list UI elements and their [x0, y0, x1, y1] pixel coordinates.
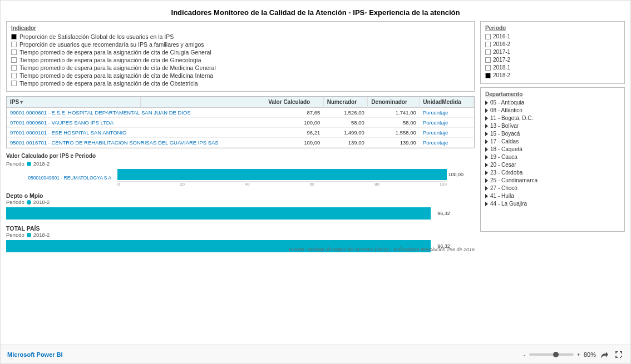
indicator-item[interactable]: Tiempo promedio de espera para la asigna…: [11, 72, 470, 79]
indicator-checkbox[interactable]: [11, 73, 17, 78]
ips-table-wrapper: IPS ▼ Valor Calculado Numerador Denomina…: [6, 96, 475, 148]
share-icon[interactable]: [599, 350, 609, 360]
indicator-text: Tiempo promedio de espera para la asigna…: [19, 64, 216, 71]
dept-item[interactable]: 19 - Cauca: [485, 154, 620, 160]
indicator-text: Tiempo promedio de espera para la asigna…: [19, 72, 213, 79]
periodo-checkbox[interactable]: [485, 42, 491, 47]
expand-icon[interactable]: [485, 116, 488, 121]
dept-item[interactable]: 05 - Antioquia: [485, 99, 620, 106]
dept-item[interactable]: 08 - Atlántico: [485, 107, 620, 113]
dept-item[interactable]: 27 - Chocó: [485, 185, 620, 191]
periodo-checkbox[interactable]: [485, 34, 491, 39]
dept-item[interactable]: 25 - Cundinamarca: [485, 177, 620, 183]
pbi-link[interactable]: Microsoft Power BI: [7, 351, 63, 358]
periodo-item[interactable]: 2017-1: [485, 49, 620, 55]
expand-icon[interactable]: [485, 186, 488, 191]
chart-ips-legend: Periodo 2018-2: [6, 161, 475, 167]
dept-item[interactable]: 11 - Bogotá, D.C.: [485, 115, 620, 121]
chart-depto-legend: Periodo 2018-2: [6, 199, 475, 205]
indicator-checkbox[interactable]: [11, 57, 17, 63]
periodo-text: 2017-2: [493, 57, 510, 63]
chart-ips-legend-value: 2018-2: [33, 161, 50, 167]
indicator-item[interactable]: Proporción de Satisfacción Global de los…: [11, 33, 470, 40]
expand-icon[interactable]: [485, 178, 488, 183]
chart-depto-legend-value: 2018-2: [33, 199, 50, 205]
charts-section: Valor Calculado por IPS e Periodo Period…: [6, 153, 475, 345]
periodo-checkbox[interactable]: [485, 73, 491, 78]
indicator-text: Tiempo promedio de espera para la asigna…: [19, 80, 198, 87]
expand-icon[interactable]: [485, 108, 488, 113]
indicator-checkbox[interactable]: [11, 81, 17, 86]
valor-col-header: Valor Calculado: [265, 97, 323, 108]
table-row[interactable]: 99001 0000601 - E.S.E. HOSPITAL DEPARTAM…: [7, 108, 474, 118]
table-row[interactable]: 97001 0000601 - VAUPES SANO IPS LTDA100,…: [7, 118, 474, 128]
indicator-checkbox[interactable]: [11, 34, 17, 39]
unidad-cell: Porcentaje: [420, 128, 474, 138]
table-row[interactable]: 97001 0000101 - ESE HOSPITAL SAN ANTONIO…: [7, 128, 474, 138]
chart-depto-legend-label: Periodo: [6, 199, 24, 205]
periodo-checkbox[interactable]: [485, 57, 491, 63]
indicator-item[interactable]: Tiempo promedio de espera para la asigna…: [11, 49, 470, 56]
periodo-item[interactable]: 2018-1: [485, 64, 620, 71]
expand-icon[interactable]: [485, 202, 488, 206]
ips-bar-track: 100,00: [117, 169, 447, 180]
expand-icon[interactable]: [485, 139, 488, 144]
dept-item[interactable]: 20 - Cesar: [485, 162, 620, 168]
expand-icon[interactable]: [485, 124, 488, 128]
zoom-minus[interactable]: -: [524, 351, 526, 358]
indicator-checkbox[interactable]: [11, 65, 17, 71]
departamento-label: Departamento: [485, 91, 620, 97]
indicator-item[interactable]: Proporción de usuarios que recomendaría …: [11, 41, 470, 48]
ips-section: IPS ▼ Valor Calculado Numerador Denomina…: [6, 96, 475, 148]
periodo-item[interactable]: 2016-1: [485, 33, 620, 39]
periodo-checkbox[interactable]: [485, 49, 491, 55]
chart-ips-block: Valor Calculado por IPS e Periodo Period…: [6, 153, 475, 187]
indicator-text: Proporción de usuarios que recomendaría …: [19, 41, 204, 48]
expand-icon[interactable]: [485, 101, 488, 105]
dept-item[interactable]: 17 - Caldas: [485, 138, 620, 144]
dept-item[interactable]: 13 - Bolívar: [485, 123, 620, 129]
expand-icon[interactable]: [485, 147, 488, 152]
unidad-cell: Porcentaje: [420, 108, 474, 118]
periodo-item[interactable]: 2016-2: [485, 41, 620, 47]
ips-cell: 99001 0000601 - E.S.E. HOSPITAL DEPARTAM…: [7, 108, 265, 118]
indicator-checkbox[interactable]: [11, 42, 17, 47]
dept-item[interactable]: 41 - Huila: [485, 193, 620, 199]
periodo-text: 2017-1: [493, 49, 510, 55]
expand-icon[interactable]: [485, 163, 488, 167]
numerador-cell: 58,00: [323, 118, 368, 128]
chart-total-legend-dot: [27, 233, 31, 237]
indicator-item[interactable]: Tiempo promedio de espera para la asigna…: [11, 64, 470, 71]
periodo-item[interactable]: 2018-2: [485, 72, 620, 78]
axis-40: 40: [245, 182, 250, 187]
chart-depto-title: Depto o Mpio: [6, 192, 475, 199]
dept-text: 44 - La Guajira: [490, 201, 527, 207]
indicator-checkbox[interactable]: [11, 49, 17, 55]
filter-icon[interactable]: ▼: [19, 99, 24, 105]
denominador-cell: 1.741,00: [368, 108, 420, 118]
numerador-col-header: Numerador: [323, 97, 368, 108]
ips-col-header: IPS: [10, 99, 19, 105]
dept-item[interactable]: 15 - Boyacá: [485, 131, 620, 137]
axis-60: 60: [309, 182, 314, 187]
dept-item[interactable]: 18 - Caquetá: [485, 146, 620, 152]
dept-text: 17 - Caldas: [490, 138, 519, 144]
expand-icon[interactable]: [485, 194, 488, 198]
dept-text: 20 - Cesar: [490, 162, 516, 168]
indicator-item[interactable]: Tiempo promedio de espera para la asigna…: [11, 80, 470, 87]
periodo-item[interactable]: 2017-2: [485, 57, 620, 63]
expand-icon[interactable]: [485, 132, 488, 136]
dept-item[interactable]: 44 - La Guajira: [485, 201, 620, 207]
indicator-item[interactable]: Tiempo promedio de espera para la asigna…: [11, 57, 470, 63]
expand-icon[interactable]: [485, 171, 488, 175]
dept-text: 11 - Bogotá, D.C.: [490, 115, 533, 121]
fullscreen-icon[interactable]: [614, 350, 624, 360]
dept-item[interactable]: 23 - Córdoba: [485, 169, 620, 176]
table-row[interactable]: 95001 0016701 - CENTRO DE REHABILITACION…: [7, 138, 474, 148]
expand-icon[interactable]: [485, 155, 488, 159]
periodo-checkbox[interactable]: [485, 65, 491, 71]
zoom-plus[interactable]: +: [577, 351, 580, 358]
zoom-slider[interactable]: [529, 353, 574, 356]
periodo-text: 2018-1: [493, 64, 510, 71]
bottom-bar: Microsoft Power BI - + 80%: [1, 345, 630, 363]
